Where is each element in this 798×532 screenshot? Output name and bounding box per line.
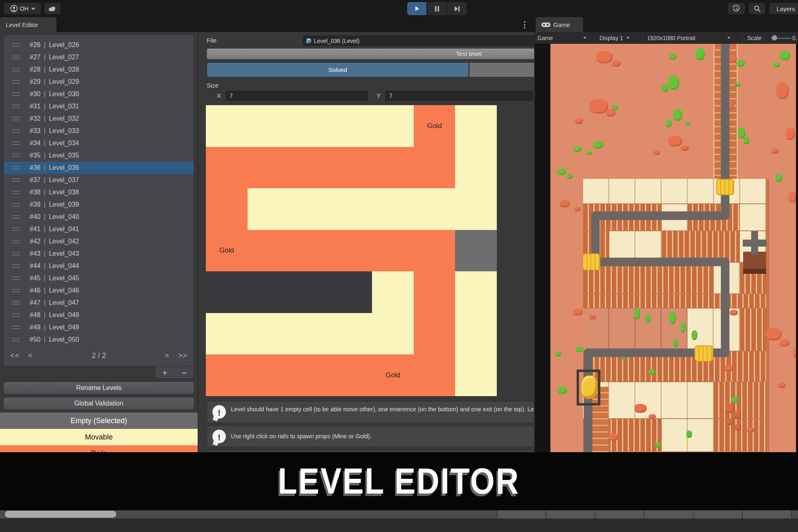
grid-cell-e[interactable] [248, 271, 289, 313]
level-row[interactable]: #39|Level_039 [4, 198, 194, 211]
level-row[interactable]: #43|Level_043 [4, 248, 194, 260]
grid-cell-r[interactable]: Gold [414, 105, 455, 147]
level-row[interactable]: #47|Level_047 [4, 297, 194, 309]
grid-cell-r[interactable] [206, 188, 248, 230]
level-row[interactable]: #37|Level_037 [4, 174, 194, 186]
drag-handle-icon[interactable] [12, 191, 20, 194]
drag-handle-icon[interactable] [12, 203, 20, 206]
drag-handle-icon[interactable] [12, 80, 20, 83]
grid-cell-m[interactable] [455, 354, 497, 396]
level-row[interactable]: #29|Level_029 [4, 76, 194, 88]
level-row[interactable]: #33|Level_033 [4, 125, 194, 137]
grid-cell-r[interactable] [414, 271, 455, 313]
drag-handle-icon[interactable] [12, 142, 20, 145]
level-row[interactable]: #36|Level_036 [4, 162, 194, 174]
grid-cell-m[interactable] [455, 147, 497, 189]
grid-cell-r[interactable] [414, 230, 455, 272]
level-row[interactable]: #46|Level_046 [4, 284, 194, 297]
level-row[interactable]: #50|Level_050 [4, 334, 194, 346]
grid-cell-r[interactable] [289, 230, 331, 272]
search-button[interactable] [749, 3, 765, 14]
drag-handle-icon[interactable] [12, 117, 20, 120]
panel-menu-kebab-icon[interactable]: ⋮ [521, 19, 529, 30]
size-y-input[interactable]: 7 [385, 91, 533, 101]
drag-handle-icon[interactable] [12, 252, 20, 255]
grid-cell-r[interactable] [331, 354, 372, 396]
grid-cell-r[interactable] [289, 354, 331, 396]
grid-cell-m[interactable] [455, 271, 497, 313]
grid-cell-m[interactable] [372, 313, 414, 355]
display-dropdown[interactable]: Display 1 [600, 32, 630, 44]
level-row[interactable]: #41|Level_041 [4, 223, 194, 235]
level-row[interactable]: #32|Level_032 [4, 113, 194, 125]
grid-cell-m[interactable] [455, 188, 497, 230]
level-row[interactable]: #26|Level_026 [4, 39, 194, 51]
drag-handle-icon[interactable] [12, 301, 20, 304]
drag-handle-icon[interactable] [12, 313, 20, 317]
grid-cell-r[interactable] [248, 147, 289, 189]
grid-cell-r[interactable]: Gold [372, 354, 414, 396]
level-row[interactable]: #49|Level_049 [4, 321, 194, 334]
tab-game[interactable]: Game [536, 17, 583, 32]
drag-handle-icon[interactable] [12, 289, 20, 292]
grid-cell-m[interactable] [289, 188, 331, 230]
tab-level-editor[interactable]: Level Editor [0, 17, 56, 32]
grid-cell-m[interactable] [289, 313, 331, 355]
rename-levels-button[interactable]: Rename Levels [3, 381, 194, 394]
drag-handle-icon[interactable] [12, 68, 20, 71]
drag-handle-icon[interactable] [12, 129, 20, 133]
drag-handle-icon[interactable] [12, 154, 20, 157]
level-row[interactable]: #35|Level_035 [4, 149, 194, 162]
drag-handle-icon[interactable] [12, 326, 20, 329]
grid-cell-r[interactable] [372, 230, 414, 272]
game-scene[interactable] [550, 44, 796, 510]
grid-cell-e[interactable] [289, 271, 331, 313]
add-level-button[interactable]: + [155, 367, 175, 379]
resolution-dropdown[interactable]: 1920x1080 Portrait [647, 32, 730, 44]
grid-cell-r[interactable] [414, 147, 455, 189]
drag-handle-icon[interactable] [12, 178, 20, 182]
solved-toggle-button[interactable]: Solved [207, 63, 469, 77]
grid-cell-m[interactable] [331, 105, 372, 147]
version-history-button[interactable] [728, 3, 745, 14]
grid-cell-m[interactable] [289, 105, 331, 147]
level-row[interactable]: #48|Level_048 [4, 309, 194, 321]
grid-cell-m[interactable] [455, 105, 497, 147]
layers-dropdown[interactable]: Layers [769, 3, 798, 14]
drag-handle-icon[interactable] [12, 56, 20, 59]
game-mode-dropdown[interactable]: Game [537, 32, 586, 44]
level-row[interactable]: #27|Level_027 [4, 51, 194, 63]
level-row[interactable]: #31|Level_031 [4, 100, 194, 113]
grid-cell-r[interactable] [414, 354, 455, 396]
grid-cell-r[interactable] [206, 147, 248, 189]
scale-slider-knob[interactable] [772, 35, 777, 41]
grid-cell-x[interactable] [455, 230, 497, 272]
drag-handle-icon[interactable] [12, 228, 20, 231]
level-row[interactable]: #45|Level_045 [4, 272, 194, 284]
grid-cell-e[interactable] [331, 271, 372, 313]
page-last-button[interactable]: >> [178, 352, 187, 360]
drag-handle-icon[interactable] [12, 240, 20, 243]
drag-handle-icon[interactable] [12, 166, 20, 169]
level-row[interactable]: #44|Level_044 [4, 260, 194, 272]
global-validation-button[interactable]: Global Validation [3, 397, 194, 410]
play-button[interactable] [407, 2, 426, 15]
grid-cell-m[interactable] [372, 271, 414, 313]
palette-empty[interactable]: Empty (Selected) [0, 413, 198, 429]
level-row[interactable]: #38|Level_038 [4, 186, 194, 198]
drag-handle-icon[interactable] [12, 92, 20, 96]
pause-button[interactable] [427, 2, 446, 15]
grid-cell-r[interactable] [248, 230, 289, 272]
grid-cell-r[interactable] [289, 147, 331, 189]
drag-handle-icon[interactable] [12, 105, 20, 108]
grid-cell-m[interactable] [372, 188, 414, 230]
palette-movable[interactable]: Movable [0, 429, 198, 445]
grid-cell-m[interactable] [414, 188, 455, 230]
grid-cell-e[interactable] [206, 271, 248, 313]
remove-level-button[interactable]: − [175, 367, 194, 379]
level-row[interactable]: #34|Level_034 [4, 137, 194, 149]
drag-handle-icon[interactable] [12, 215, 20, 219]
page-next-button[interactable]: > [165, 352, 169, 360]
level-row[interactable]: #30|Level_030 [4, 88, 194, 100]
grid-cell-r[interactable] [248, 354, 289, 396]
